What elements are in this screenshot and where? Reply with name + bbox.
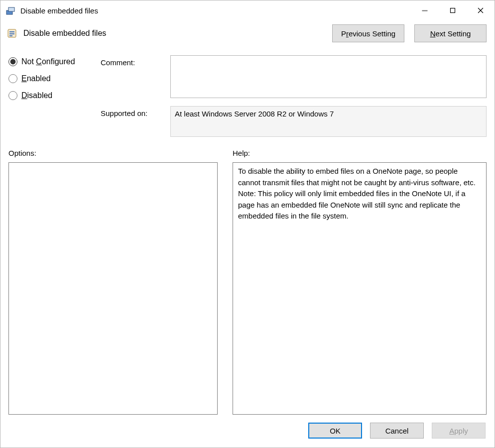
minimize-button[interactable] — [411, 0, 439, 20]
previous-setting-button[interactable]: Previous Setting — [332, 24, 404, 42]
svg-rect-9 — [9, 35, 12, 36]
titlebar: Disable embedded files — [0, 0, 495, 20]
policy-name: Disable embedded files — [23, 29, 106, 38]
radio-not-configured[interactable]: Not Configured — [8, 57, 96, 66]
radio-enabled-label: Enabled — [21, 74, 51, 83]
cancel-button[interactable]: Cancel — [370, 423, 424, 439]
help-label: Help: — [233, 149, 487, 157]
help-panel: To disable the ability to embed files on… — [233, 162, 487, 415]
radio-not-configured-input[interactable] — [8, 57, 17, 66]
options-panel — [8, 162, 218, 415]
radio-disabled-input[interactable] — [8, 91, 17, 100]
svg-rect-2 — [422, 10, 427, 11]
policy-dialog-window: Disable embedded files Disable embedded … — [0, 0, 495, 448]
radio-enabled-input[interactable] — [8, 74, 17, 83]
close-button[interactable] — [467, 0, 495, 20]
radio-disabled-label: Disabled — [21, 91, 52, 100]
policy-icon — [6, 28, 17, 39]
lower-section: Options: Help: To disable the ability to… — [0, 142, 495, 415]
svg-rect-1 — [8, 7, 14, 11]
window-controls — [411, 0, 495, 20]
supported-on-value: At least Windows Server 2008 R2 or Windo… — [170, 106, 487, 137]
svg-rect-8 — [9, 33, 14, 34]
comment-label: Comment: — [101, 55, 165, 67]
state-radio-group: Not Configured Enabled Disabled — [8, 55, 96, 100]
window-title: Disable embedded files — [20, 6, 411, 15]
comment-input[interactable] — [170, 55, 487, 98]
app-icon — [5, 5, 15, 15]
config-section: Not Configured Enabled Disabled Comment:… — [0, 46, 495, 142]
header-row: Disable embedded files Previous Setting … — [0, 20, 495, 46]
supported-on-label: Supported on: — [101, 106, 165, 117]
radio-not-configured-label: Not Configured — [21, 57, 75, 66]
dialog-button-bar: OK Cancel Apply — [0, 415, 495, 448]
apply-button[interactable]: Apply — [432, 423, 486, 439]
svg-rect-3 — [451, 8, 455, 13]
ok-button[interactable]: OK — [308, 423, 362, 439]
radio-disabled[interactable]: Disabled — [8, 91, 96, 100]
next-setting-button[interactable]: Next Setting — [414, 24, 487, 42]
options-label: Options: — [8, 149, 218, 157]
svg-rect-7 — [9, 31, 14, 32]
radio-enabled[interactable]: Enabled — [8, 74, 96, 83]
maximize-button[interactable] — [439, 0, 467, 20]
